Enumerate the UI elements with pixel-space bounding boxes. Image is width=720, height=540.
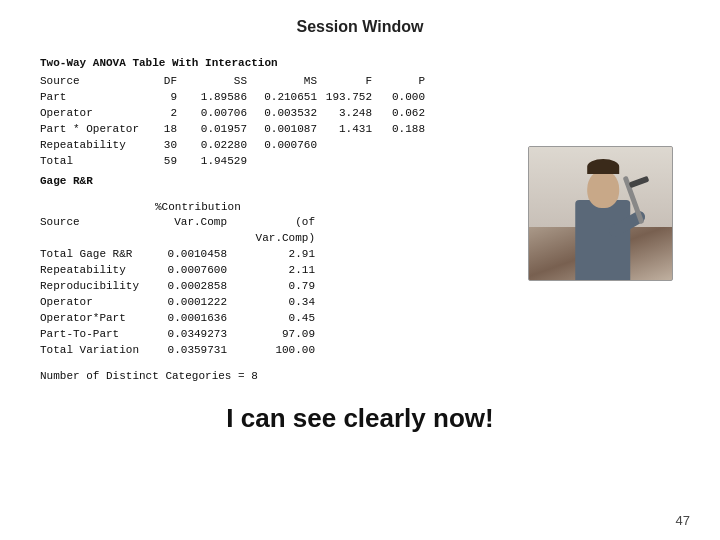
table-row: Part 9 1.89586 0.210651 193.752 0.000 [40,90,510,106]
left-panel: Two-Way ANOVA Table With Interaction Sou… [40,56,510,385]
table-row: Total 59 1.94529 [40,154,510,170]
col-source-header: Source [40,74,155,90]
pct-subheader: Source Var.Comp (of Var.Comp) [40,215,510,247]
distinct-categories: Number of Distinct Categories = 8 [40,369,510,385]
bottom-text: I can see clearly now! [0,403,720,434]
person-photo [528,146,673,281]
anova-title: Two-Way ANOVA Table With Interaction [40,56,510,72]
list-item: Part-To-Part 0.0349273 97.09 [40,327,510,343]
col-f-header: F [325,74,380,90]
anova-rows: Source DF SS MS F P Part 9 1.89586 0.210… [40,74,510,170]
col-df-header: DF [155,74,185,90]
col-ms-header: MS [255,74,325,90]
gage-label: Gage R&R [40,174,510,190]
list-item: Total Variation 0.0359731 100.00 [40,343,510,359]
page-number: 47 [676,513,690,528]
table-row: Part * Operator 18 0.01957 0.001087 1.43… [40,122,510,138]
right-panel [520,56,680,385]
anova-col-headers: Source DF SS MS F P [40,74,510,90]
list-item: Operator*Part 0.0001636 0.45 [40,311,510,327]
table-row: Operator 2 0.00706 0.003532 3.248 0.062 [40,106,510,122]
col-ss-header: SS [185,74,255,90]
pct-col-headers: %Contribution [40,200,510,216]
col-p-header: P [380,74,425,90]
pct-section: %Contribution Source Var.Comp (of Var.Co… [40,200,510,359]
list-item: Operator 0.0001222 0.34 [40,295,510,311]
list-item: Reproducibility 0.0002858 0.79 [40,279,510,295]
page-title: Session Window [0,0,720,46]
list-item: Total Gage R&R 0.0010458 2.91 [40,247,510,263]
list-item: Repeatability 0.0007600 2.11 [40,263,510,279]
table-row: Repeatability 30 0.02280 0.000760 [40,138,510,154]
anova-table: Two-Way ANOVA Table With Interaction Sou… [40,56,510,190]
